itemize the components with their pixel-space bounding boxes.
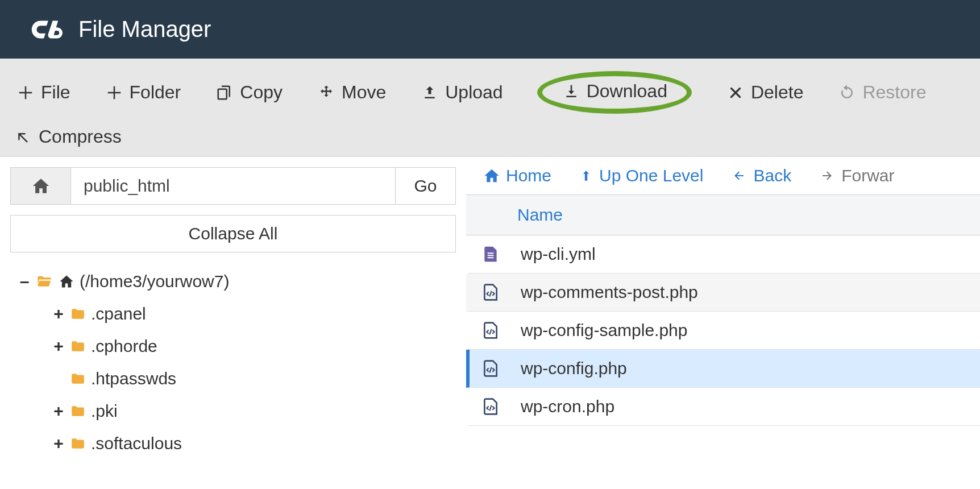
restore-label: Restore xyxy=(862,82,926,103)
up-arrow-icon xyxy=(579,167,593,184)
tree-item-label: .htpasswds xyxy=(91,362,176,395)
folder-icon xyxy=(69,339,86,354)
file-row[interactable]: wp-config.php xyxy=(466,350,980,388)
tree-item[interactable]: +.softaculous xyxy=(52,427,456,459)
folder-tree: – (/home3/yourwow7) +.cpanel+.cphorde.ht… xyxy=(10,265,456,459)
home-icon xyxy=(58,273,75,289)
folder-label: Folder xyxy=(130,82,181,103)
nav-back-label: Back xyxy=(753,166,791,185)
tree-item-label: .cpanel xyxy=(91,297,146,330)
nav-up[interactable]: Up One Level xyxy=(579,166,703,185)
folder-icon xyxy=(69,306,86,321)
tree-item[interactable]: +.pki xyxy=(52,395,456,427)
nav-up-label: Up One Level xyxy=(599,166,703,185)
close-icon xyxy=(726,83,745,102)
main-split: Go Collapse All – (/home3/yourwow7) +.cp… xyxy=(0,157,980,459)
compress-label: Compress xyxy=(39,126,122,147)
code-file-icon xyxy=(481,395,500,418)
file-row[interactable]: wp-comments-post.php xyxy=(466,273,980,312)
file-name: wp-cli.yml xyxy=(521,244,596,264)
file-row[interactable]: wp-cli.yml xyxy=(466,235,980,273)
left-arrow-icon xyxy=(730,169,748,183)
file-name: wp-config-sample.php xyxy=(521,321,687,340)
file-table: Name wp-cli.ymlwp-comments-post.phpwp-co… xyxy=(466,194,980,426)
folder-button[interactable]: Folder xyxy=(105,82,181,103)
file-label: File xyxy=(41,82,70,103)
file-name: wp-comments-post.php xyxy=(521,283,698,302)
home-icon xyxy=(31,176,51,196)
path-home-button[interactable] xyxy=(11,168,71,204)
move-button[interactable]: Move xyxy=(317,82,386,103)
nav-home-label: Home xyxy=(506,166,551,185)
left-panel: Go Collapse All – (/home3/yourwow7) +.cp… xyxy=(0,157,466,459)
move-icon xyxy=(317,83,336,102)
code-file-icon xyxy=(481,357,500,380)
path-input[interactable] xyxy=(71,168,395,204)
move-label: Move xyxy=(342,82,386,103)
compress-icon xyxy=(14,127,33,147)
upload-button[interactable]: Upload xyxy=(420,82,503,103)
download-icon xyxy=(562,82,581,101)
tree-toggle[interactable]: + xyxy=(52,395,65,427)
file-row[interactable]: wp-cron.php xyxy=(466,388,980,426)
nav-back[interactable]: Back xyxy=(730,166,791,185)
download-button[interactable]: Download xyxy=(537,71,692,114)
compress-button[interactable]: Compress xyxy=(14,126,122,147)
plus-icon xyxy=(16,83,35,102)
nav-home[interactable]: Home xyxy=(483,166,551,185)
file-button[interactable]: File xyxy=(16,82,70,103)
plus-icon xyxy=(105,83,124,102)
column-header-name[interactable]: Name xyxy=(466,195,980,235)
page-title: File Manager xyxy=(78,16,211,42)
tree-item[interactable]: .htpasswds xyxy=(52,362,456,395)
tree-toggle[interactable]: + xyxy=(52,297,65,330)
file-row[interactable]: wp-config-sample.php xyxy=(466,312,980,350)
restore-button[interactable]: Restore xyxy=(837,82,926,103)
tree-item-label: .pki xyxy=(91,395,118,427)
toolbar: File Folder Copy Move Upload Download De… xyxy=(0,59,980,157)
copy-icon xyxy=(215,83,234,102)
go-button[interactable]: Go xyxy=(395,168,455,204)
tree-item[interactable]: +.cpanel xyxy=(52,297,456,330)
tree-item-label: .cphorde xyxy=(91,330,157,362)
right-arrow-icon xyxy=(819,169,836,183)
header: File Manager xyxy=(0,0,980,59)
file-name: wp-config.php xyxy=(521,359,627,378)
delete-label: Delete xyxy=(751,82,804,103)
code-file-icon xyxy=(481,280,500,304)
tree-toggle[interactable]: – xyxy=(18,265,31,297)
right-panel: Home Up One Level Back Forwar Name wp-cl… xyxy=(466,157,980,459)
upload-icon xyxy=(420,83,439,102)
nav-forward[interactable]: Forwar xyxy=(819,166,894,185)
home-icon xyxy=(483,167,500,184)
nav-row: Home Up One Level Back Forwar xyxy=(466,157,980,194)
cpanel-logo-icon xyxy=(27,18,63,41)
download-label: Download xyxy=(587,81,667,102)
file-name: wp-cron.php xyxy=(521,397,614,416)
tree-item-label: .softaculous xyxy=(91,427,182,459)
copy-button[interactable]: Copy xyxy=(215,82,283,103)
tree-root[interactable]: – (/home3/yourwow7) xyxy=(18,265,456,297)
code-file-icon xyxy=(481,318,500,342)
tree-root-label: (/home3/yourwow7) xyxy=(80,265,229,297)
folder-icon xyxy=(69,436,86,451)
copy-label: Copy xyxy=(240,82,283,103)
tree-toggle[interactable]: + xyxy=(52,427,65,459)
tree-item[interactable]: +.cphorde xyxy=(52,330,456,362)
folder-icon xyxy=(69,371,86,386)
delete-button[interactable]: Delete xyxy=(726,82,804,103)
folder-icon xyxy=(69,404,86,418)
folder-open-icon xyxy=(35,273,53,289)
path-bar: Go xyxy=(10,167,456,205)
collapse-all-button[interactable]: Collapse All xyxy=(10,215,456,252)
restore-icon xyxy=(837,83,857,102)
document-file-icon xyxy=(481,242,500,266)
upload-label: Upload xyxy=(445,82,503,103)
nav-forward-label: Forwar xyxy=(841,166,894,185)
tree-toggle[interactable]: + xyxy=(52,330,65,362)
